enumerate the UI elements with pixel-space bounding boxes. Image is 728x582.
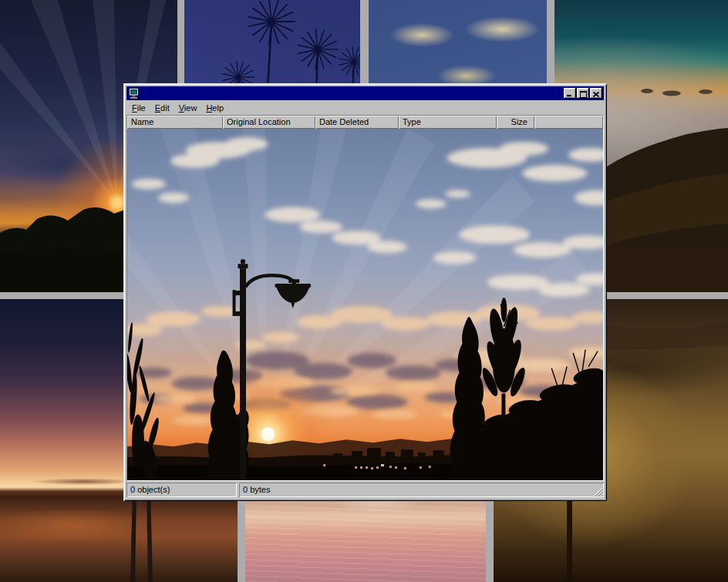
column-header-size[interactable]: Size [497,116,534,129]
menu-edit[interactable]: Edit [150,102,174,114]
column-header-row: Name Original Location Date Deleted Type… [127,116,603,129]
file-list: Name Original Location Date Deleted Type… [126,115,604,481]
column-header-name[interactable]: Name [127,116,223,129]
computer-icon[interactable] [128,88,140,99]
status-objects: 0 object(s) [126,483,237,497]
list-content-sunset-photo[interactable] [127,129,603,480]
titlebar[interactable] [126,86,604,100]
minimize-button[interactable] [564,88,576,99]
statusbar: 0 object(s) 0 bytes [126,483,604,498]
recycle-bin-window: File Edit View Help Name Original Locati… [123,83,607,501]
maximize-button[interactable] [577,88,589,99]
menu-file[interactable]: File [127,102,150,114]
column-header-date-deleted[interactable]: Date Deleted [315,116,399,129]
screen: { "colors": { "titlebar_blue": "#000080"… [0,0,728,582]
close-button[interactable] [590,88,602,99]
menu-help[interactable]: Help [201,102,228,114]
menu-view[interactable]: View [174,102,202,114]
sunset-lamppost-photo [127,129,603,480]
column-header-type[interactable]: Type [399,116,497,129]
resize-grip[interactable] [593,486,603,496]
status-bytes: 0 bytes [243,485,270,494]
column-header-filler [534,116,603,129]
menubar: File Edit View Help [126,101,604,115]
column-header-original-location[interactable]: Original Location [223,116,315,129]
status-bytes-panel: 0 bytes [239,483,604,497]
